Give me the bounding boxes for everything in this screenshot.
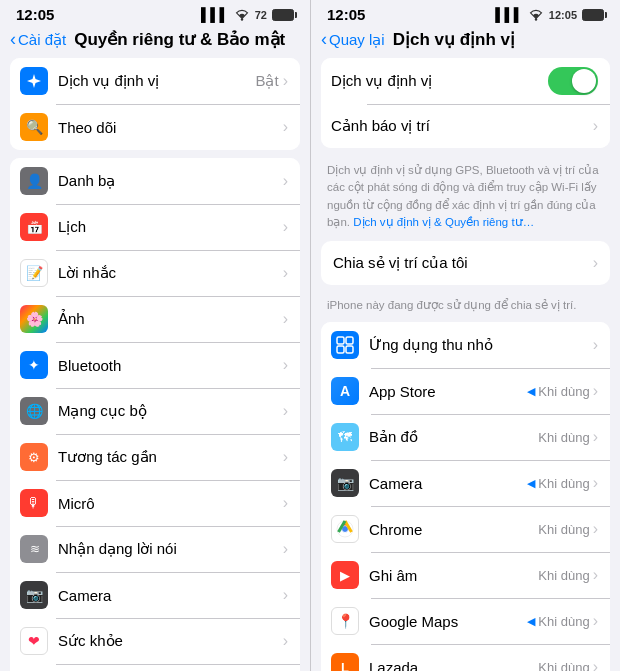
app-row-appstore[interactable]: A App Store ◀ Khi dùng › xyxy=(321,368,610,414)
left-back-chevron: ‹ xyxy=(10,29,16,50)
contacts-icon: 👤 xyxy=(20,167,48,195)
row-chevron-photos: › xyxy=(283,310,288,328)
row-chevron-health: › xyxy=(283,632,288,650)
svg-rect-3 xyxy=(346,337,353,344)
settings-row-photos[interactable]: 🌸 Ảnh › xyxy=(10,296,300,342)
settings-row-bluetooth[interactable]: ✦ Bluetooth › xyxy=(10,342,300,388)
app-row-maps[interactable]: 🗺 Bản đồ Khi dùng › xyxy=(321,414,610,460)
appstore-name: App Store xyxy=(369,383,527,400)
settings-row-camera[interactable]: 📷 Camera › xyxy=(10,572,300,618)
right-canh-bao-row[interactable]: Cảnh báo vị trí › xyxy=(321,104,610,148)
settings-row-localnet[interactable]: 🌐 Mạng cục bộ › xyxy=(10,388,300,434)
row-label-photos: Ảnh xyxy=(58,310,283,328)
share-row[interactable]: Chia sẻ vị trí của tôi › xyxy=(321,241,610,285)
app-row-camera[interactable]: 📷 Camera ◀ Khi dùng › xyxy=(321,460,610,506)
right-back-label: Quay lại xyxy=(329,31,385,49)
googlemaps-icon: 📍 xyxy=(331,607,359,635)
settings-row-health[interactable]: ❤ Sức khỏe › xyxy=(10,618,300,664)
settings-row-location[interactable]: Dịch vụ định vị Bật › xyxy=(10,58,300,104)
right-toggle-group: Dịch vụ định vị Cảnh báo vị trí › xyxy=(311,58,620,148)
right-time: 12:05 xyxy=(327,6,365,23)
bluetooth-icon: ✦ xyxy=(20,351,48,379)
settings-row-tracking[interactable]: 🔍 Theo dõi › xyxy=(10,104,300,150)
right-battery-label: 12:05 xyxy=(549,9,577,21)
googlemaps-chevron: › xyxy=(593,612,598,630)
canh-bao-chevron: › xyxy=(593,117,598,135)
signal-icon: ▌▌▌ xyxy=(201,7,229,22)
row-label-health: Sức khỏe xyxy=(58,632,283,650)
appstore-chevron: › xyxy=(593,382,598,400)
settings-row-contacts[interactable]: 👤 Danh bạ › xyxy=(10,158,300,204)
app-row-recorder[interactable]: ▶ Ghi âm Khi dùng › xyxy=(321,552,610,598)
left-nav-title: Quyền riêng tư & Bảo mật xyxy=(74,29,285,50)
appstore-loc-arrow: ◀ xyxy=(527,385,535,398)
photos-icon: 🌸 xyxy=(20,305,48,333)
row-chevron-camera: › xyxy=(283,586,288,604)
left-settings-list: Dịch vụ định vị Bật › 🔍 Theo dõi › � xyxy=(0,58,310,671)
camera-app-chevron: › xyxy=(593,474,598,492)
appstore-icon: A xyxy=(331,377,359,405)
chrome-chevron: › xyxy=(593,520,598,538)
microphone-icon: 🎙 xyxy=(20,489,48,517)
row-chevron-bluetooth: › xyxy=(283,356,288,374)
appstore-permission: ◀ Khi dùng xyxy=(527,384,589,399)
row-chevron-speechrec: › xyxy=(283,540,288,558)
lazada-permission: Khi dùng xyxy=(538,660,589,671)
right-apps-group: Ứng dụng thu nhỏ › A App Store ◀ Khi dùn… xyxy=(311,322,620,671)
row-chevron-tracking: › xyxy=(283,118,288,136)
left-back-button[interactable]: ‹ Cài đặt xyxy=(10,29,66,50)
right-toggle-row[interactable]: Dịch vụ định vị xyxy=(321,58,610,104)
calendar-icon: 📅 xyxy=(20,213,48,241)
right-back-chevron: ‹ xyxy=(321,29,327,50)
settings-row-calendar[interactable]: 📅 Lịch › xyxy=(10,204,300,250)
chrome-name: Chrome xyxy=(369,521,538,538)
row-label-speechrec: Nhận dạng lời nói xyxy=(58,540,283,558)
maps-name: Bản đồ xyxy=(369,428,538,446)
toggle-knob xyxy=(572,69,596,93)
right-status-icons: ▌▌▌ 12:05 xyxy=(495,7,604,22)
row-label-tracking: Theo dõi xyxy=(58,119,283,136)
settings-row-reminders[interactable]: 📝 Lời nhắc › xyxy=(10,250,300,296)
localnet-icon: 🌐 xyxy=(20,397,48,425)
maps-chevron: › xyxy=(593,428,598,446)
row-label-microphone: Micrô xyxy=(58,495,283,512)
lazada-icon: L xyxy=(331,653,359,671)
widgets-app-name: Ứng dụng thu nhỏ xyxy=(369,336,593,354)
svg-rect-5 xyxy=(346,346,353,353)
widgets-chevron: › xyxy=(593,336,598,354)
settings-row-nearinteract[interactable]: ⚙ Tương tác gần › xyxy=(10,434,300,480)
right-back-button[interactable]: ‹ Quay lại xyxy=(321,29,385,50)
camera-loc-arrow: ◀ xyxy=(527,477,535,490)
app-row-widgets[interactable]: Ứng dụng thu nhỏ › xyxy=(321,322,610,368)
row-chevron-microphone: › xyxy=(283,494,288,512)
app-row-chrome[interactable]: Chrome Khi dùng › xyxy=(321,506,610,552)
row-label-reminders: Lời nhắc xyxy=(58,264,283,282)
right-nav-title: Dịch vụ định vị xyxy=(393,29,515,50)
row-label-calendar: Lịch xyxy=(58,218,283,236)
app-row-lazada[interactable]: L Lazada Khi dùng › xyxy=(321,644,610,671)
left-app-group: 👤 Danh bạ › 📅 Lịch › 📝 Lời nhắc xyxy=(0,158,310,671)
recorder-permission: Khi dùng xyxy=(538,568,589,583)
speechrec-icon: ≋ xyxy=(20,535,48,563)
row-label-nearinteract: Tương tác gần xyxy=(58,448,283,466)
maps-icon: 🗺 xyxy=(331,423,359,451)
camera-icon: 📷 xyxy=(20,581,48,609)
location-toggle[interactable] xyxy=(548,67,598,95)
settings-row-research[interactable]: S Dữ liệu cảm biến & sử dụng của Nghiên … xyxy=(10,664,300,671)
row-chevron-location: › xyxy=(283,72,288,90)
tracking-icon: 🔍 xyxy=(20,113,48,141)
maps-permission: Khi dùng xyxy=(538,430,589,445)
app-row-googlemaps[interactable]: 📍 Google Maps ◀ Khi dùng › xyxy=(321,598,610,644)
settings-row-microphone[interactable]: 🎙 Micrô › xyxy=(10,480,300,526)
settings-row-speechrec[interactable]: ≋ Nhận dạng lời nói › xyxy=(10,526,300,572)
widgets-app-icon xyxy=(331,331,359,359)
left-nav-header: ‹ Cài đặt Quyền riêng tư & Bảo mật xyxy=(0,27,310,58)
right-nav-header: ‹ Quay lại Dịch vụ định vị xyxy=(311,27,620,58)
chrome-permission: Khi dùng xyxy=(538,522,589,537)
desc-link[interactable]: Dịch vụ định vị & Quyền riêng tư… xyxy=(353,216,534,228)
right-battery-icon xyxy=(582,9,604,21)
row-label-localnet: Mạng cục bộ xyxy=(58,402,283,420)
right-status-bar: 12:05 ▌▌▌ 12:05 xyxy=(311,0,620,27)
location-icon xyxy=(20,67,48,95)
row-label-contacts: Danh bạ xyxy=(58,172,283,190)
